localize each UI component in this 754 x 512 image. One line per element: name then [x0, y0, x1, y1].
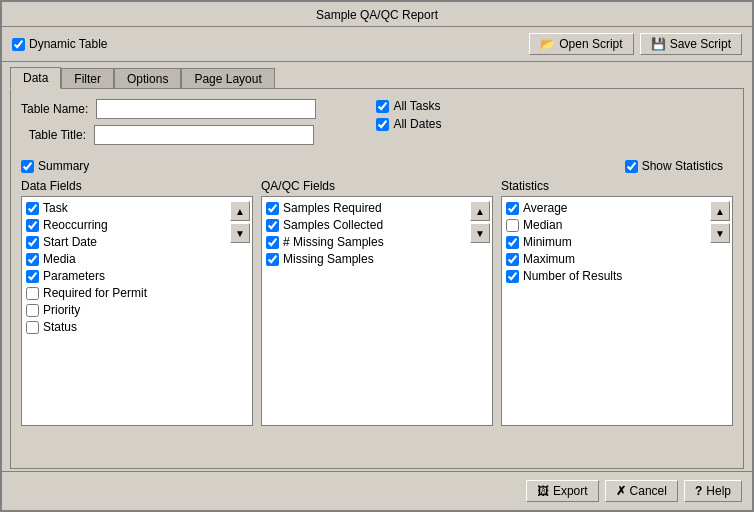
field-startdate-checkbox[interactable]	[26, 236, 39, 249]
cancel-button[interactable]: ✗ Cancel	[605, 480, 678, 502]
toolbar: Dynamic Table 📂 Open Script 💾 Save Scrip…	[2, 27, 752, 62]
list-item: Number of Results	[506, 269, 704, 283]
list-item: Reoccurring	[26, 218, 224, 232]
qaqc-fields-down-button[interactable]: ▼	[470, 223, 490, 243]
statistics-arrows: ▲ ▼	[708, 197, 732, 425]
list-item: Samples Collected	[266, 218, 464, 232]
dynamic-table-checkbox-label[interactable]: Dynamic Table	[12, 37, 107, 51]
export-button[interactable]: 🖼 Export	[526, 480, 599, 502]
data-fields-group: Data Fields Task Reoccurring	[21, 179, 253, 426]
field-parameters-checkbox[interactable]	[26, 270, 39, 283]
statistics-box: Average Median Minimum Maximum	[501, 196, 733, 426]
field-status-checkbox[interactable]	[26, 321, 39, 334]
qaqc-fields-group: QA/QC Fields Samples Required Samples Co…	[261, 179, 493, 426]
data-fields-arrows: ▲ ▼	[228, 197, 252, 425]
list-item: Median	[506, 218, 704, 232]
window-title: Sample QA/QC Report	[316, 8, 438, 22]
summary-checkbox[interactable]	[21, 160, 34, 173]
field-minimum-checkbox[interactable]	[506, 236, 519, 249]
field-task-checkbox[interactable]	[26, 202, 39, 215]
summary-label: Summary	[38, 159, 89, 173]
title-bar: Sample QA/QC Report	[2, 2, 752, 27]
statistics-list: Average Median Minimum Maximum	[502, 197, 708, 425]
field-media-checkbox[interactable]	[26, 253, 39, 266]
statistics-up-button[interactable]: ▲	[710, 201, 730, 221]
list-item: Minimum	[506, 235, 704, 249]
qaqc-fields-box: Samples Required Samples Collected # Mis…	[261, 196, 493, 426]
data-fields-label: Data Fields	[21, 179, 253, 193]
field-maximum-checkbox[interactable]	[506, 253, 519, 266]
table-title-row: Table Title:	[21, 125, 316, 145]
field-missing-samples-num-checkbox[interactable]	[266, 236, 279, 249]
dynamic-table-checkbox[interactable]	[12, 38, 25, 51]
list-item: Start Date	[26, 235, 224, 249]
list-item: Average	[506, 201, 704, 215]
all-tasks-label[interactable]: All Tasks	[376, 99, 441, 113]
show-statistics-checkbox[interactable]	[625, 160, 638, 173]
x-icon: ✗	[616, 484, 626, 498]
floppy-icon: 💾	[651, 37, 666, 51]
bottom-bar: 🖼 Export ✗ Cancel ? Help	[2, 471, 752, 510]
list-item: Missing Samples	[266, 252, 464, 266]
statistics-down-button[interactable]: ▼	[710, 223, 730, 243]
tab-options[interactable]: Options	[114, 68, 181, 90]
field-required-checkbox[interactable]	[26, 287, 39, 300]
field-samples-required-checkbox[interactable]	[266, 202, 279, 215]
field-samples-collected-checkbox[interactable]	[266, 219, 279, 232]
qaqc-fields-list: Samples Required Samples Collected # Mis…	[262, 197, 468, 425]
tab-data[interactable]: Data	[10, 67, 61, 89]
folder-icon: 📂	[540, 37, 555, 51]
all-dates-label[interactable]: All Dates	[376, 117, 441, 131]
open-script-button[interactable]: 📂 Open Script	[529, 33, 633, 55]
field-number-results-checkbox[interactable]	[506, 270, 519, 283]
help-icon: ?	[695, 484, 702, 498]
content-area: Table Name: Table Title: All Tasks All D…	[10, 88, 744, 469]
show-statistics-checkbox-label[interactable]: Show Statistics	[625, 159, 723, 173]
data-fields-down-button[interactable]: ▼	[230, 223, 250, 243]
save-script-button[interactable]: 💾 Save Script	[640, 33, 742, 55]
toolbar-buttons: 📂 Open Script 💾 Save Script	[529, 33, 742, 55]
qaqc-fields-label: QA/QC Fields	[261, 179, 493, 193]
main-window: Sample QA/QC Report Dynamic Table 📂 Open…	[0, 0, 754, 512]
list-item: Samples Required	[266, 201, 464, 215]
help-button[interactable]: ? Help	[684, 480, 742, 502]
data-fields-up-button[interactable]: ▲	[230, 201, 250, 221]
statistics-group: Statistics Average Median Mi	[501, 179, 733, 426]
tab-page-layout[interactable]: Page Layout	[181, 68, 274, 90]
right-checks: All Tasks All Dates	[376, 99, 441, 131]
tab-filter[interactable]: Filter	[61, 68, 114, 90]
table-name-label: Table Name:	[21, 102, 88, 116]
all-dates-checkbox[interactable]	[376, 118, 389, 131]
field-priority-checkbox[interactable]	[26, 304, 39, 317]
data-fields-list: Task Reoccurring Start Date Media	[22, 197, 228, 425]
field-median-checkbox[interactable]	[506, 219, 519, 232]
data-fields-box: Task Reoccurring Start Date Media	[21, 196, 253, 426]
list-item: # Missing Samples	[266, 235, 464, 249]
all-tasks-checkbox[interactable]	[376, 100, 389, 113]
list-item: Required for Permit	[26, 286, 224, 300]
qaqc-fields-up-button[interactable]: ▲	[470, 201, 490, 221]
table-name-row: Table Name:	[21, 99, 316, 119]
list-item: Priority	[26, 303, 224, 317]
qaqc-fields-arrows: ▲ ▼	[468, 197, 492, 425]
export-icon: 🖼	[537, 484, 549, 498]
field-reoccurring-checkbox[interactable]	[26, 219, 39, 232]
table-name-input[interactable]	[96, 99, 316, 119]
list-item: Task	[26, 201, 224, 215]
tab-bar: Data Filter Options Page Layout	[2, 62, 752, 88]
summary-checkbox-label[interactable]: Summary	[21, 159, 89, 173]
list-item: Media	[26, 252, 224, 266]
columns-area: Data Fields Task Reoccurring	[21, 179, 733, 426]
table-title-input[interactable]	[94, 125, 314, 145]
statistics-label: Statistics	[501, 179, 733, 193]
show-statistics-label: Show Statistics	[642, 159, 723, 173]
field-average-checkbox[interactable]	[506, 202, 519, 215]
list-item: Status	[26, 320, 224, 334]
table-title-label: Table Title:	[21, 128, 86, 142]
list-item: Parameters	[26, 269, 224, 283]
field-missing-samples-checkbox[interactable]	[266, 253, 279, 266]
list-item: Maximum	[506, 252, 704, 266]
dynamic-table-label: Dynamic Table	[29, 37, 107, 51]
